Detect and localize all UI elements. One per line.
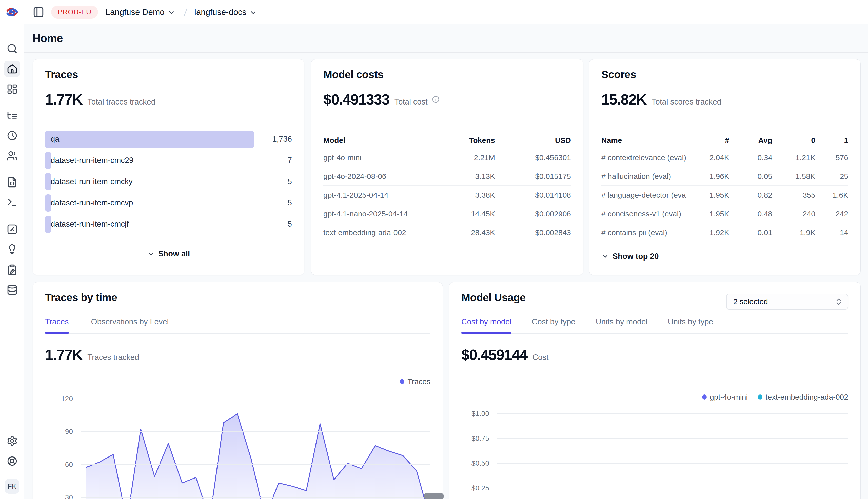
row-value: 1.96K bbox=[686, 172, 729, 181]
chevron-down-icon bbox=[147, 250, 155, 258]
topbar: PROD-EU Langfuse Demo langfuse-docs bbox=[24, 0, 868, 24]
model-select[interactable]: 2 selected bbox=[726, 293, 848, 310]
page-title: Home bbox=[33, 32, 63, 45]
traces-card: Traces 1.77K Total traces tracked qa1,73… bbox=[33, 59, 304, 275]
show-top-20-button[interactable]: Show top 20 bbox=[602, 252, 659, 261]
row-value: 0.48 bbox=[729, 209, 772, 218]
axis-tick-label: 90 bbox=[45, 428, 73, 436]
column-header: Name bbox=[602, 136, 686, 145]
bar-value: 5 bbox=[288, 220, 292, 229]
model-costs-metric: $0.491333 Total cost bbox=[323, 91, 440, 108]
scores-table: Name#Avg01# contextrelevance (eval)2.04K… bbox=[602, 133, 848, 242]
metric-value: 1.77K bbox=[45, 346, 82, 363]
support-lifebuoy-icon[interactable] bbox=[4, 453, 20, 469]
row-value: 0.82 bbox=[729, 191, 772, 199]
bar-value: 1,736 bbox=[272, 135, 292, 144]
legend-item-traces: Traces bbox=[400, 377, 430, 386]
row-label: gpt-4.1-nano-2025-04-14 bbox=[323, 209, 419, 218]
table-row[interactable]: # contextrelevance (eval)2.04K0.341.21K5… bbox=[602, 148, 848, 167]
home-icon[interactable] bbox=[4, 61, 20, 77]
row-value: 14 bbox=[815, 228, 848, 237]
datasets-database-icon[interactable] bbox=[4, 282, 20, 298]
model-usage-tabs: Cost by model Cost by type Units by mode… bbox=[461, 317, 848, 333]
horizontal-scrollbar-thumb[interactable] bbox=[424, 493, 444, 499]
row-value: 2.04K bbox=[686, 153, 729, 162]
playground-terminal-icon[interactable] bbox=[4, 194, 20, 210]
column-header: USD bbox=[495, 136, 571, 145]
trace-bar-row[interactable]: dataset-run-item-cmcvp5 bbox=[45, 194, 292, 211]
trace-bar-row[interactable]: dataset-run-item-cmcjf5 bbox=[45, 216, 292, 233]
row-label: text-embedding-ada-002 bbox=[323, 228, 419, 237]
table-row[interactable]: # language-detector (eval)1.95K0.823551.… bbox=[602, 185, 848, 204]
trace-bar-row[interactable]: qa1,736 bbox=[45, 131, 292, 148]
axis-tick-label: 30 bbox=[45, 494, 73, 499]
sessions-clock-icon[interactable] bbox=[4, 127, 20, 144]
page-header: Home bbox=[24, 24, 868, 53]
traces-by-time-card: Traces by time Traces Observations by Le… bbox=[33, 282, 443, 499]
tab-observations-by-level[interactable]: Observations by Level bbox=[91, 317, 169, 333]
show-top-label: Show top 20 bbox=[613, 252, 659, 261]
chevron-down-icon bbox=[168, 9, 175, 16]
axis-tick-label: $0.25 bbox=[461, 484, 489, 492]
chart-legend: gpt-4o-mini text-embedding-ada-002 bbox=[702, 393, 848, 401]
model-costs-card: Model costs $0.491333 Total cost ModelTo… bbox=[311, 59, 583, 275]
bar-value: 7 bbox=[288, 156, 292, 165]
show-all-label: Show all bbox=[158, 249, 190, 258]
tab-units-by-type[interactable]: Units by type bbox=[668, 317, 713, 333]
row-value: 1.58K bbox=[772, 172, 815, 181]
column-header: 1 bbox=[815, 136, 848, 145]
users-icon[interactable] bbox=[4, 148, 20, 164]
tab-units-by-model[interactable]: Units by model bbox=[596, 317, 647, 333]
metric-value: $0.459144 bbox=[461, 346, 527, 363]
trace-bar-row[interactable]: dataset-run-item-cmc297 bbox=[45, 152, 292, 169]
dashboards-icon[interactable] bbox=[4, 81, 20, 97]
row-label: # language-detector (eval) bbox=[602, 191, 686, 199]
row-value: $0.456301 bbox=[495, 153, 571, 162]
langfuse-logo-icon[interactable] bbox=[5, 5, 19, 19]
row-value: $0.002906 bbox=[495, 209, 571, 218]
trace-bar-row[interactable]: dataset-run-item-cmcky5 bbox=[45, 173, 292, 190]
tab-traces[interactable]: Traces bbox=[45, 317, 69, 333]
table-header-row: ModelTokensUSD bbox=[323, 133, 571, 148]
settings-gear-icon[interactable] bbox=[4, 433, 20, 449]
sidebar: FK bbox=[0, 0, 24, 499]
sidebar-toggle-icon[interactable] bbox=[33, 6, 45, 18]
bar-label: dataset-run-item-cmcky bbox=[51, 177, 133, 186]
lightbulb-icon[interactable] bbox=[4, 241, 20, 258]
row-value: 14.45K bbox=[419, 209, 495, 218]
row-label: gpt-4.1-2025-04-14 bbox=[323, 191, 419, 199]
table-row[interactable]: # conciseness-v1 (eval)1.95K0.48240242 bbox=[602, 204, 848, 223]
search-icon[interactable] bbox=[4, 40, 20, 57]
environment-badge[interactable]: PROD-EU bbox=[51, 5, 98, 19]
model-costs-table: ModelTokensUSDgpt-4o-mini2.21M$0.456301g… bbox=[323, 133, 571, 242]
info-icon[interactable] bbox=[432, 95, 440, 104]
bar-fill bbox=[45, 216, 51, 233]
show-all-button[interactable]: Show all bbox=[147, 249, 190, 258]
table-row[interactable]: gpt-4o-mini2.21M$0.456301 bbox=[323, 148, 571, 167]
axis-tick-label: 60 bbox=[45, 461, 73, 468]
evaluation-percent-icon[interactable] bbox=[4, 221, 20, 238]
prompts-file-icon[interactable] bbox=[4, 174, 20, 190]
legend-dot-icon bbox=[400, 379, 404, 384]
traces-time-tabs: Traces Observations by Level bbox=[45, 317, 430, 333]
table-row[interactable]: text-embedding-ada-00228.43K$0.002843 bbox=[323, 223, 571, 242]
table-row[interactable]: # hallucination (eval)1.96K0.051.58K25 bbox=[602, 167, 848, 185]
org-switcher[interactable]: Langfuse Demo bbox=[106, 7, 175, 17]
avatar[interactable]: FK bbox=[5, 479, 20, 494]
model-usage-chart: $1.00$0.75$0.50$0.25 bbox=[461, 409, 848, 499]
gridline bbox=[497, 413, 848, 414]
table-row[interactable]: # contains-pii (eval)1.92K0.011.9K14 bbox=[602, 223, 848, 242]
table-row[interactable]: gpt-4o-2024-08-063.13K$0.015175 bbox=[323, 167, 571, 185]
gridline bbox=[81, 399, 430, 399]
project-switcher[interactable]: langfuse-docs bbox=[194, 7, 257, 17]
tracing-tree-icon[interactable] bbox=[4, 107, 20, 123]
org-name: Langfuse Demo bbox=[106, 7, 165, 17]
annotation-clipboard-icon[interactable] bbox=[4, 261, 20, 278]
bar-value: 5 bbox=[288, 198, 292, 207]
table-row[interactable]: gpt-4.1-nano-2025-04-1414.45K$0.002906 bbox=[323, 204, 571, 223]
legend-label: text-embedding-ada-002 bbox=[765, 393, 848, 401]
tab-cost-by-type[interactable]: Cost by type bbox=[532, 317, 575, 333]
card-title: Traces by time bbox=[45, 292, 117, 304]
table-row[interactable]: gpt-4.1-2025-04-143.38K$0.014108 bbox=[323, 185, 571, 204]
tab-cost-by-model[interactable]: Cost by model bbox=[461, 317, 511, 333]
